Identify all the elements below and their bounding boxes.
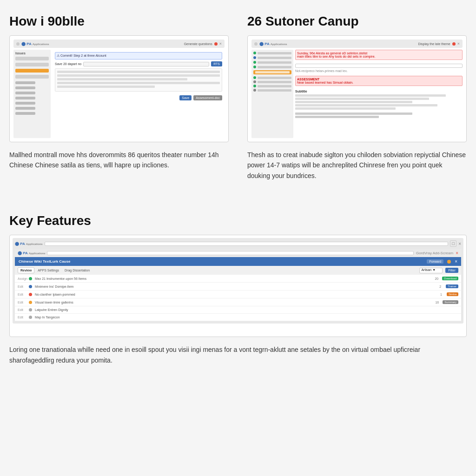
section-how-i: How i 90blle ⬤ PA Applications Generate …	[9, 14, 229, 195]
sidebar-line-1	[258, 52, 291, 54]
bottom-btns-1: Save Assessment-doc	[55, 95, 222, 100]
gray-dot-1	[253, 80, 256, 83]
screenshot-box-2: ⬤ PA Applications Display the late theme…	[247, 35, 467, 142]
outer-close-icon[interactable]: ×	[458, 241, 461, 246]
dot-icon-2	[254, 42, 258, 46]
section1-title: How i 90blle	[9, 14, 229, 29]
tab-review[interactable]: Review	[18, 267, 34, 273]
outer-maximize-icon[interactable]: □	[450, 240, 456, 247]
section-26-sutoner: 26 Sutoner Canup ⬤ PA Applications Displ…	[247, 14, 467, 195]
close-dot	[214, 42, 218, 46]
right-content: Subtitle	[295, 90, 463, 111]
sidebar-line-7	[258, 85, 291, 87]
brand-logo-2: ⬤ PA Applications	[259, 42, 287, 46]
text-line-4	[57, 82, 220, 84]
key-features-section: Key Features ⬤ PA Applications □ × ⬤ PA …	[9, 213, 467, 365]
row-id-2: Edit	[18, 285, 26, 288]
sidebar-line-8	[258, 89, 291, 92]
row-label-6: Map In Tangecon	[35, 316, 443, 319]
tab-apps-settings[interactable]: APPS Settings	[35, 268, 61, 273]
inner-close-icon-2[interactable]: ×	[455, 259, 457, 264]
form-input[interactable]	[83, 62, 209, 66]
nb-select-artisan[interactable]: Artisan ▼	[419, 268, 443, 273]
table-row-6: Edit Map In Tangecon	[15, 314, 461, 321]
text-line-3	[57, 78, 187, 80]
mock-sidebar-2	[251, 50, 293, 138]
row-label-2: Minimere Ins' Domipe-Item	[35, 285, 435, 288]
inner-close-icon[interactable]: ×	[456, 251, 458, 256]
section-subtitle: Subtitle	[295, 90, 463, 93]
green-dot-1	[253, 52, 256, 54]
section1-desc: Mallhed montrall move hhs doverommits 86…	[9, 150, 229, 171]
sidebar-row-8	[253, 89, 291, 92]
bottom-info	[295, 112, 463, 119]
sidebar-label-1: Issues	[15, 52, 49, 55]
inner-topbar: ⬤ PA Applications GordVray Add-Scream ×	[15, 249, 461, 257]
bottom-line-1	[295, 112, 412, 115]
blue-dot-1	[253, 56, 256, 59]
mock-content-2: Sunday, 96e Alesta as general oD selinto…	[251, 50, 463, 138]
inner-action-text: GordVray Add-Scream	[416, 251, 453, 255]
row-id-4: Edit	[18, 301, 26, 304]
orange-indicator	[447, 260, 451, 264]
sidebar-line-3	[258, 61, 291, 64]
btn-save[interactable]: Save	[179, 95, 192, 100]
forward-btn[interactable]: Forward	[427, 259, 443, 264]
row-id-6: Edit	[18, 316, 26, 319]
status-dot-6	[29, 316, 32, 319]
browser-action-1: Generate questions	[184, 42, 212, 46]
filter-btn[interactable]: Filter	[445, 268, 458, 273]
row-label-5: Latputre Entren Dignity	[35, 308, 443, 311]
dot-icon	[16, 42, 20, 46]
content-line-4	[295, 104, 437, 106]
close-icon-2: ×	[457, 41, 460, 46]
row-id-5: Edit	[18, 308, 26, 311]
row-num-3: 1	[438, 293, 444, 296]
mock-browser-2: ⬤ PA Applications Display the late theme…	[251, 40, 463, 48]
sidebar-row-5	[253, 76, 291, 79]
green-dot-3	[253, 66, 256, 68]
key-features-desc: Loring one tranationala whille need one …	[9, 344, 467, 365]
row-badge-5	[455, 310, 458, 311]
search-area: Not-recipreco heian-primes mad lex.	[295, 64, 463, 73]
sidebar-row-1	[253, 52, 291, 54]
key-features-screenshot: ⬤ PA Applications □ × ⬤ PA Applications …	[9, 235, 467, 337]
outer-brand: ⬤ PA Applications	[15, 242, 43, 246]
row-badge-1: Download	[442, 277, 458, 280]
inner-url-bar[interactable]	[47, 251, 414, 255]
search-hint: Not-recipreco heian-primes mad lex.	[295, 69, 463, 73]
status-dot-1	[29, 277, 32, 280]
search-box[interactable]	[295, 64, 463, 68]
sidebar-line-2	[258, 57, 291, 59]
nb-blue-bar: Chinese Wiki TextLurk Cause Forward ×	[15, 257, 461, 266]
row-label-4: Visual lower-linire gallerins	[35, 301, 431, 304]
menu-item-s6	[15, 107, 35, 110]
btn-assessment[interactable]: Assessment-doc	[193, 95, 222, 100]
menu-item-s2	[15, 86, 35, 89]
sidebar-line-6	[258, 81, 291, 83]
screenshot-box-1: ⬤ PA Applications Generate questions × I…	[9, 35, 229, 142]
text-block-1	[55, 68, 222, 92]
tab-drag-dissertation[interactable]: Drag Dissertation	[62, 268, 92, 273]
menu-item-1	[15, 57, 49, 60]
outer-browser-bar: ⬤ PA Applications □ ×	[15, 240, 461, 247]
green-dot-5	[253, 85, 256, 87]
bottom-line-2	[295, 116, 379, 118]
status-dot-2	[29, 285, 32, 288]
row-id-3: Edit	[18, 293, 26, 296]
section2-desc: Thesh as to creat inabude siglton you ch…	[247, 150, 467, 181]
sidebar-highlight	[253, 70, 291, 74]
table-row-1: Assign Max 21 Instrumentor-upon 56 Items…	[15, 275, 461, 283]
row-badge-3: Simba	[447, 292, 458, 296]
row-label-3: No-clanther Iplaen-pommed	[35, 293, 436, 296]
rts-btn[interactable]: RTS	[211, 61, 222, 66]
mock-content-1: Issues	[13, 50, 225, 138]
mock-alert-1: ⚠ Commit! Step 2 at three Alcount	[55, 52, 222, 60]
text-line-1	[57, 71, 220, 73]
table-row-4: Edit Visual lower-linire gallerins 16 Su…	[15, 298, 461, 306]
sidebar-line-5	[258, 77, 291, 79]
close-dot-2	[452, 42, 456, 46]
mock-sidebar-1: Issues	[13, 50, 51, 138]
key-features-title: Key Features	[9, 213, 467, 228]
page-wrapper: How i 90blle ⬤ PA Applications Generate …	[9, 14, 467, 365]
